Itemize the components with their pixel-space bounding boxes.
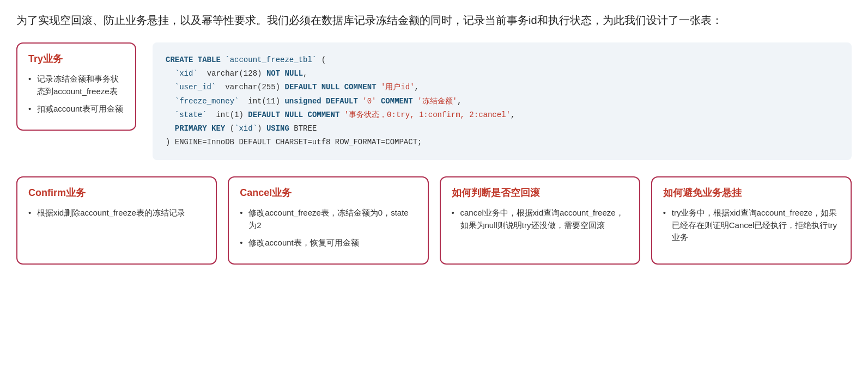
cancel-card-list: 修改account_freeze表，冻结金额为0，state为2 修改accou… [240, 207, 416, 249]
try-item-2: 扣减account表可用金额 [28, 103, 124, 115]
code-block: CREATE TABLE `account_freeze_tbl` ( `xid… [153, 42, 852, 160]
code-line-5: `state` int(1) DEFAULT NULL COMMENT '事务状… [166, 108, 839, 122]
code-line-3: `user_id` varchar(255) DEFAULT NULL COMM… [166, 81, 839, 94]
try-card-title: Try业务 [28, 52, 124, 65]
cancel-card-title: Cancel业务 [240, 186, 416, 199]
confirm-card: Confirm业务 根据xid删除account_freeze表的冻结记录 [16, 176, 217, 265]
code-line-4: `freeze_money` int(11) unsigned DEFAULT … [166, 95, 839, 108]
avoid-card-title: 如何避免业务悬挂 [663, 186, 840, 199]
judge-card-title: 如何判断是否空回滚 [452, 186, 628, 199]
code-line-7: ) ENGINE=InnoDB DEFAULT CHARSET=utf8 ROW… [166, 136, 839, 149]
judge-item-1: cancel业务中，根据xid查询account_freeze，如果为null则… [452, 207, 628, 231]
intro-text: 为了实现空回滚、防止业务悬挂，以及幂等性要求。我们必须在数据库记录冻结金额的同时… [16, 11, 852, 29]
confirm-item-1: 根据xid删除account_freeze表的冻结记录 [28, 207, 205, 219]
confirm-card-title: Confirm业务 [28, 186, 205, 199]
confirm-card-list: 根据xid删除account_freeze表的冻结记录 [28, 207, 205, 219]
top-section: Try业务 记录冻结金额和事务状态到account_freeze表 扣减acco… [16, 42, 852, 160]
code-line-2: `xid` varchar(128) NOT NULL, [166, 67, 839, 81]
try-card-list: 记录冻结金额和事务状态到account_freeze表 扣减account表可用… [28, 73, 124, 115]
code-line-6: PRIMARY KEY (`xid`) USING BTREE [166, 122, 839, 136]
try-item-1: 记录冻结金额和事务状态到account_freeze表 [28, 73, 124, 97]
bottom-section: Confirm业务 根据xid删除account_freeze表的冻结记录 Ca… [16, 176, 852, 265]
cancel-item-2: 修改account表，恢复可用金额 [240, 237, 416, 249]
avoid-card-list: try业务中，根据xid查询account_freeze，如果已经存在则证明Ca… [663, 207, 840, 244]
code-line-1: CREATE TABLE `account_freeze_tbl` ( [166, 53, 839, 67]
avoid-item-1: try业务中，根据xid查询account_freeze，如果已经存在则证明Ca… [663, 207, 840, 244]
judge-card-list: cancel业务中，根据xid查询account_freeze，如果为null则… [452, 207, 628, 231]
avoid-card: 如何避免业务悬挂 try业务中，根据xid查询account_freeze，如果… [651, 176, 852, 265]
cancel-card: Cancel业务 修改account_freeze表，冻结金额为0，state为… [228, 176, 428, 265]
try-card: Try业务 记录冻结金额和事务状态到account_freeze表 扣减acco… [16, 42, 136, 131]
cancel-item-1: 修改account_freeze表，冻结金额为0，state为2 [240, 207, 416, 231]
judge-card: 如何判断是否空回滚 cancel业务中，根据xid查询account_freez… [440, 176, 640, 265]
